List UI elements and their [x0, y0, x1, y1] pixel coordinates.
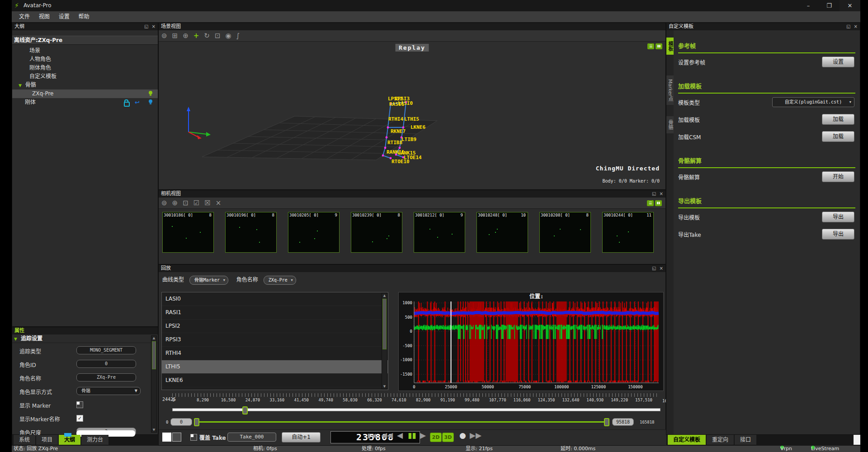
range-start-handle[interactable]: [194, 418, 199, 426]
menu-view[interactable]: 视图: [39, 11, 50, 22]
template-type-dropdown[interactable]: 自定义(pluginGait.cst)▼: [772, 97, 854, 107]
tree-item-rigidbody-characters[interactable]: 刚体角色: [12, 64, 158, 72]
visibility-bulb-blue-icon[interactable]: [149, 99, 152, 103]
property-input[interactable]: 0: [76, 360, 136, 368]
property-dropdown[interactable]: 骨骼▼: [76, 387, 141, 395]
marker-list-item[interactable]: RASI1: [162, 306, 388, 320]
scene-viewport[interactable]: LPSI2RPSI3LASI0RASI1RTHI4LTHI5LKNE6RKNE7…: [159, 42, 665, 189]
rewind-button[interactable]: ◀◀: [381, 431, 393, 440]
close-icon[interactable]: ×: [660, 266, 664, 271]
maximize-button[interactable]: ❐: [819, 0, 840, 11]
scene-tool-icon-0[interactable]: ⊚: [161, 32, 167, 40]
resize-grip[interactable]: [854, 435, 860, 445]
导出模板-button[interactable]: 导出: [822, 212, 854, 222]
camera-tool-icon-1[interactable]: ⊕: [172, 199, 178, 207]
range-end-handle[interactable]: [604, 418, 609, 426]
camera-tool-icon-5[interactable]: ×: [216, 199, 222, 207]
tree-item-zxq-pre[interactable]: ZXq-Pre: [12, 89, 158, 98]
marker-list-item[interactable]: LTHI5: [162, 360, 388, 374]
undo-arrow-icon[interactable]: ↩: [135, 98, 140, 107]
viewport-pause-icon[interactable]: ▮▮: [656, 43, 662, 49]
property-checkbox[interactable]: ✓: [76, 415, 83, 422]
range-out-input[interactable]: 95818: [612, 418, 634, 426]
scene-tool-icon-2[interactable]: ⊕: [183, 32, 189, 40]
side-tab-skeleton[interactable]: 骨骼: [666, 116, 674, 133]
camera-tool-icon-2[interactable]: ⊡: [183, 199, 189, 207]
position-chart[interactable]: 位置:10005000-500-1000-1500025000500007500…: [398, 292, 664, 391]
frame-slider[interactable]: [172, 406, 660, 413]
viewport-menu-icon[interactable]: ☰: [647, 200, 654, 206]
tree-item-scene[interactable]: 场景: [12, 47, 158, 55]
overwrite-take-checkbox[interactable]: [190, 434, 197, 441]
marker-list-item[interactable]: LASI0: [162, 292, 388, 306]
timeline-ruler[interactable]: [172, 393, 660, 397]
camera-thumbnail[interactable]: 30010212[ 0]9: [414, 212, 465, 253]
fast-forward-button[interactable]: ▶▶: [470, 431, 481, 440]
character-dropdown[interactable]: ZXq-Pre▼: [264, 276, 296, 285]
float-icon[interactable]: ◱: [652, 266, 657, 271]
property-checkbox[interactable]: [76, 401, 83, 408]
visibility-bulb-icon[interactable]: [149, 91, 152, 94]
float-icon[interactable]: ◱: [652, 191, 657, 196]
tree-expand-icon[interactable]: ▼: [19, 83, 22, 88]
menu-settings[interactable]: 设置: [59, 11, 70, 22]
take-name-input[interactable]: Take_000: [227, 433, 276, 442]
close-icon[interactable]: ×: [660, 191, 664, 196]
加载CSM-button[interactable]: 加载: [822, 131, 854, 142]
color-swatch-gray[interactable]: [172, 433, 181, 442]
3d-button[interactable]: 3D: [442, 433, 454, 442]
设置参考帧-button[interactable]: 设置: [822, 56, 854, 67]
tab-系统[interactable]: 系统: [14, 435, 35, 445]
play-button[interactable]: ▶: [420, 431, 426, 440]
marker-list-item[interactable]: RPSI3: [162, 333, 388, 347]
scene-tool-icon-3[interactable]: +: [193, 32, 199, 40]
lock-icon[interactable]: [124, 102, 130, 107]
float-icon[interactable]: ◱: [144, 24, 149, 29]
camera-tool-icon-0[interactable]: ⊚: [161, 199, 167, 207]
range-in-input[interactable]: 0: [170, 418, 192, 426]
camera-tool-icon-3[interactable]: ☑: [193, 199, 199, 207]
auto-increment-button[interactable]: 自动+1: [282, 432, 321, 443]
property-input[interactable]: MONO_SEGMENT: [76, 346, 136, 354]
scrollbar-thumb[interactable]: [382, 299, 387, 349]
marker-list-scrollbar[interactable]: ▲ ▼: [382, 293, 387, 389]
scene-tool-icon-7[interactable]: ∫: [236, 32, 240, 40]
viewport-pause-icon[interactable]: ▮▮: [655, 200, 662, 206]
scene-tool-icon-5[interactable]: ⊡: [215, 32, 221, 40]
tree-item-custom-template[interactable]: 自定义模板: [12, 72, 158, 81]
properties-scrollbar[interactable]: ▲ ▼: [151, 335, 157, 433]
tab-测力台[interactable]: 测力台: [81, 435, 108, 445]
scroll-down-icon[interactable]: ▼: [151, 428, 156, 432]
close-icon[interactable]: ×: [854, 24, 859, 29]
camera-thumbnail[interactable]: 30010186[ 0]8: [162, 212, 214, 253]
frame-slider-handle[interactable]: [242, 406, 248, 414]
group-expand-icon[interactable]: ▼: [14, 337, 17, 341]
scene-3d-canvas[interactable]: LPSI2RPSI3LASI0RASI1RTHI4LTHI5LKNE6RKNE7…: [159, 42, 665, 189]
2d-button[interactable]: 2D: [430, 433, 442, 442]
curve-type-dropdown[interactable]: 骨骼Marker▼: [189, 276, 228, 285]
range-slider-track[interactable]: [194, 421, 609, 423]
side-tab-template[interactable]: 模板: [666, 38, 674, 55]
tab-重定向[interactable]: 重定向: [707, 435, 734, 445]
camera-thumbnail[interactable]: 30010244[ 0]11: [602, 212, 654, 253]
scene-tool-icon-6[interactable]: ◉: [225, 32, 231, 40]
camera-thumbnail[interactable]: 30010196[ 0]8: [225, 212, 277, 253]
close-icon[interactable]: ×: [152, 24, 156, 29]
camera-thumbnail[interactable]: 30010205[ 0]9: [288, 212, 340, 253]
scrollbar-thumb[interactable]: [152, 341, 156, 369]
tab-接口[interactable]: 接口: [735, 435, 756, 445]
float-icon[interactable]: ◱: [846, 24, 851, 29]
marker-list-item[interactable]: LKNE6: [162, 374, 388, 387]
skip-start-button[interactable]: ▮◀: [367, 431, 376, 440]
pause-button[interactable]: ▮▮: [408, 431, 416, 440]
step-back-button[interactable]: ◀: [397, 431, 403, 440]
panel-window-icons[interactable]: ◱ ×: [144, 23, 156, 30]
record-button[interactable]: ●: [459, 431, 466, 440]
close-button[interactable]: ✕: [840, 0, 860, 11]
scroll-up-icon[interactable]: ▲: [382, 293, 387, 298]
tree-item-rigidbody[interactable]: 刚体 ↩: [12, 98, 158, 107]
导出Take-button[interactable]: 导出: [822, 229, 854, 240]
camera-thumbnail[interactable]: 30010248[ 0]10: [476, 212, 528, 253]
menu-file[interactable]: 文件: [19, 11, 30, 22]
加载模板-button[interactable]: 加载: [822, 114, 854, 125]
